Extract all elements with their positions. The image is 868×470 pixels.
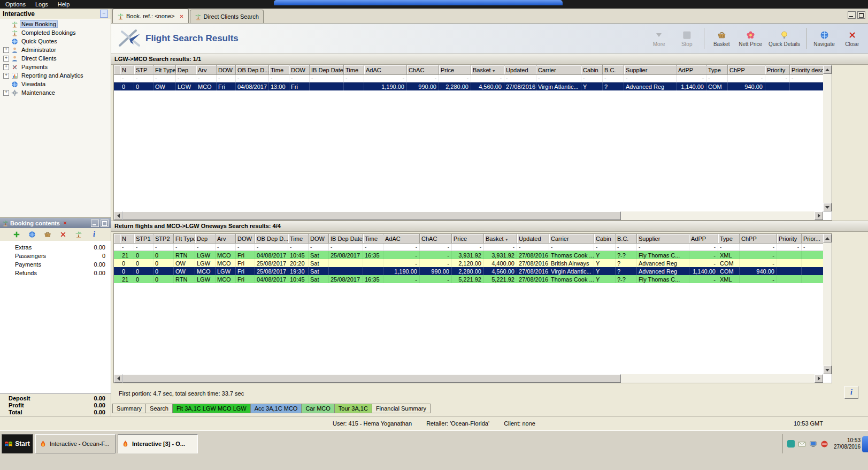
add-to-basket-button[interactable] (43, 230, 52, 239)
horizontal-scrollbar[interactable] (114, 374, 823, 383)
column-header[interactable]: Time (288, 234, 309, 244)
horizontal-scrollbar[interactable] (114, 211, 823, 220)
filter-cell[interactable]: - (344, 75, 364, 82)
taskbar-window-interactive-2[interactable]: Interactive [3] - O... (118, 434, 198, 453)
filter-cell[interactable]: - (471, 75, 504, 82)
column-header[interactable]: Carrier (536, 65, 581, 75)
expand-icon[interactable]: + (3, 64, 9, 70)
more-button[interactable]: More (648, 31, 670, 47)
column-header[interactable]: Price (439, 65, 471, 75)
sidebar-item-maintenance[interactable]: + Maintenance (0, 88, 111, 97)
column-header[interactable]: Updated (517, 234, 549, 244)
filter-cell[interactable]: - (439, 75, 471, 82)
vertical-scrollbar[interactable] (823, 65, 832, 211)
column-header[interactable]: Time (344, 65, 364, 75)
filter-cell[interactable]: - (309, 244, 329, 251)
result-row[interactable]: 000OWMCOLGWFri25/08/201719:30Sat1,190.00… (114, 267, 823, 275)
column-header[interactable]: Updated (504, 65, 536, 75)
column-header[interactable]: Arv (216, 234, 236, 244)
scroll-up-button[interactable] (823, 65, 832, 74)
close-tab-icon[interactable] (179, 14, 184, 19)
menu-logs[interactable]: Logs (35, 1, 48, 7)
add-item-button[interactable] (12, 230, 21, 239)
filter-cell[interactable]: - (236, 244, 255, 251)
taskbar-edge-widget[interactable] (862, 436, 868, 452)
menu-help[interactable]: Help (58, 1, 70, 7)
filter-cell[interactable]: - (740, 244, 777, 251)
column-header[interactable]: Cabin (581, 65, 603, 75)
filter-cell[interactable]: - (269, 75, 289, 82)
column-header[interactable]: Priority (765, 65, 790, 75)
filter-cell[interactable]: - (153, 244, 174, 251)
scroll-left-button[interactable] (114, 374, 122, 383)
filter-cell[interactable]: - (616, 244, 637, 251)
result-row[interactable]: 000OWLGWMCOFri25/08/201720:20Sat--2,120.… (114, 259, 823, 267)
filter-cell[interactable]: - (484, 244, 517, 251)
filter-cell[interactable]: - (624, 75, 677, 82)
filter-cell[interactable]: - (777, 244, 802, 251)
filter-cell[interactable]: - (452, 244, 484, 251)
column-header[interactable]: Time (363, 234, 383, 244)
column-header[interactable]: DOW (236, 234, 255, 244)
scrollbar-th umb[interactable] (122, 374, 621, 383)
filter-cell[interactable]: - (195, 244, 216, 251)
column-header[interactable]: N (120, 65, 134, 75)
column-header[interactable]: Price (452, 234, 484, 244)
filter-cell[interactable]: - (236, 75, 269, 82)
filter-cell[interactable]: - (288, 244, 309, 251)
filter-cell[interactable]: - (504, 75, 536, 82)
sidebar-item-viewdata[interactable]: Viewdata (0, 80, 111, 88)
sidebar-item-quick-quotes[interactable]: Quick Quotes (0, 37, 111, 46)
filter-cell[interactable]: - (120, 244, 134, 251)
sidebar-item-payments[interactable]: + Payments (0, 63, 111, 71)
filter-cell[interactable]: - (728, 75, 765, 82)
tab-tour[interactable]: Tour 3A,1C (335, 404, 372, 413)
sidebar-item-administrator[interactable]: + Administrator (0, 46, 111, 54)
nett-price-button[interactable]: Nett Price (739, 31, 762, 47)
tray-no-entry-icon[interactable] (820, 440, 828, 448)
stop-button[interactable]: Stop (676, 31, 697, 47)
close-button[interactable]: Close (841, 31, 863, 47)
column-header[interactable]: IB Dep Date (310, 65, 344, 75)
filter-cell[interactable]: - (153, 75, 176, 82)
filter-cell[interactable]: - (581, 75, 603, 82)
close-panel-icon[interactable] (63, 221, 67, 225)
column-header[interactable]: Dep (176, 65, 196, 75)
filter-cell[interactable]: - (718, 244, 740, 251)
column-header[interactable]: Flt Type (153, 65, 176, 75)
filter-cell[interactable]: - (517, 244, 549, 251)
column-header[interactable]: DOW (289, 65, 310, 75)
minimize-document-button[interactable] (848, 11, 856, 19)
tray-network-icon[interactable] (787, 440, 795, 448)
row-indicator[interactable] (114, 234, 120, 244)
filter-cell[interactable]: - (637, 244, 689, 251)
column-header[interactable]: Priority desc (790, 65, 823, 75)
maximize-panel-button[interactable] (101, 219, 109, 227)
scroll-down-button[interactable] (823, 203, 832, 211)
filter-cell[interactable]: - (329, 244, 363, 251)
navigate-button[interactable]: Navigate (813, 31, 835, 47)
scrollbar-thumb[interactable] (122, 211, 621, 220)
filter-cell[interactable]: - (120, 75, 134, 82)
booking-row-refunds[interactable]: Refunds 0.00 (0, 269, 111, 277)
collapse-panel-button[interactable]: − (100, 10, 108, 18)
filter-cell[interactable]: - (383, 244, 420, 251)
result-row[interactable]: 00OWLGWMCOFri04/08/201713:00Fri1,190.009… (114, 82, 823, 90)
filter-cell[interactable]: - (765, 75, 790, 82)
filter-cell[interactable]: - (689, 244, 718, 251)
column-header[interactable]: AdAC (364, 65, 407, 75)
filter-cell[interactable]: - (174, 244, 195, 251)
filter-cell[interactable]: - (603, 75, 624, 82)
scroll-right-button[interactable] (815, 211, 823, 220)
column-header[interactable]: Type (718, 234, 740, 244)
column-header[interactable]: IB Dep Date (329, 234, 363, 244)
filter-cell[interactable]: - (802, 244, 823, 251)
row-indicator[interactable] (114, 65, 120, 75)
filter-cell[interactable]: - (217, 75, 236, 82)
scroll-left-button[interactable] (114, 211, 122, 220)
tray-display-icon[interactable] (809, 440, 817, 448)
filter-cell[interactable]: - (407, 75, 439, 82)
filter-cell[interactable]: - (364, 75, 407, 82)
maximize-document-button[interactable] (857, 11, 865, 19)
scroll-down-button[interactable] (823, 366, 832, 374)
